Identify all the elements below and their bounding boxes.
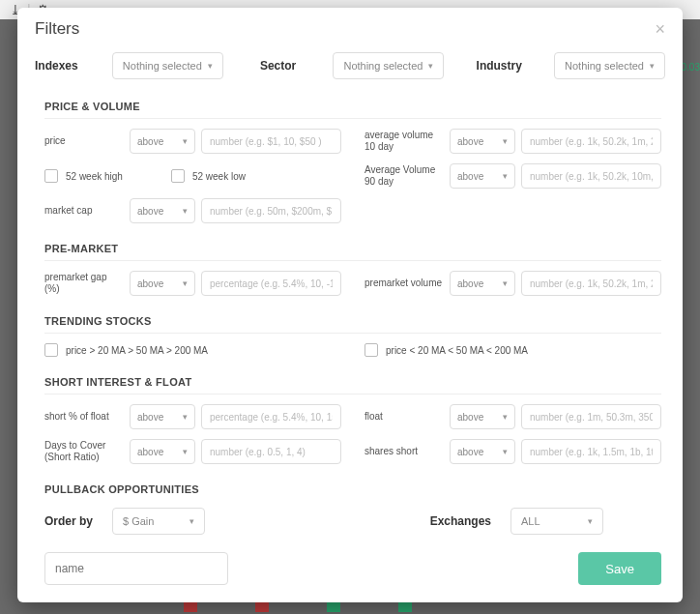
indexes-label: Indexes — [35, 59, 91, 73]
trend-down-label: price < 20 MA < 50 MA < 200 MA — [386, 345, 528, 356]
industry-label: Industry — [465, 59, 533, 73]
trend-up-label: price > 20 MA > 50 MA > 200 MA — [66, 345, 208, 356]
wk52-low-label: 52 week low — [192, 171, 246, 182]
premarket-vol-input[interactable] — [521, 271, 661, 296]
chevron-down-icon: ▾ — [208, 61, 213, 71]
wk52-low-checkbox[interactable] — [171, 169, 185, 183]
chevron-down-icon: ▾ — [428, 61, 433, 71]
dialog-title: Filters — [35, 19, 79, 39]
chevron-down-icon: ▾ — [650, 61, 655, 71]
shares-short-input[interactable] — [521, 439, 661, 464]
save-button[interactable]: Save — [578, 552, 661, 585]
market-cap-input[interactable] — [201, 198, 341, 223]
price-input[interactable] — [201, 129, 341, 154]
market-cap-label: market cap — [44, 205, 124, 217]
premarket-gap-op-select[interactable]: above▾ — [130, 271, 195, 296]
filter-name-input[interactable] — [44, 552, 228, 585]
sector-select[interactable]: Nothing selected▾ — [333, 52, 444, 79]
avg-vol-90-op-select[interactable]: above▾ — [450, 163, 515, 189]
short-pct-label: short % of float — [44, 411, 124, 423]
close-icon[interactable]: × — [655, 20, 665, 38]
section-trending: TRENDING STOCKS — [44, 307, 661, 334]
filters-scroll[interactable]: PRICE & VOLUME price above▾ average volu… — [17, 93, 683, 498]
avg-vol-10-label: average volume 10 day — [365, 130, 444, 153]
indexes-select[interactable]: Nothing selected▾ — [112, 52, 223, 79]
exchanges-select[interactable]: ALL▾ — [510, 508, 603, 535]
chevron-down-icon: ▾ — [190, 516, 194, 526]
shares-short-op-select[interactable]: above▾ — [450, 439, 515, 464]
order-by-label: Order by — [44, 514, 93, 528]
market-cap-op-select[interactable]: above▾ — [130, 198, 195, 223]
section-premarket: PRE-MARKET — [44, 235, 661, 261]
price-label: price — [44, 135, 124, 147]
chevron-down-icon: ▾ — [588, 516, 593, 526]
section-short: SHORT INTEREST & FLOAT — [44, 368, 661, 395]
wk52-high-label: 52 week high — [66, 171, 123, 182]
section-price-volume: PRICE & VOLUME — [44, 93, 661, 119]
premarket-gap-input[interactable] — [201, 271, 341, 296]
avg-vol-90-label: Average Volume 90 day — [365, 164, 444, 188]
float-label: float — [365, 411, 444, 423]
trend-up-checkbox[interactable] — [44, 343, 58, 357]
section-pullback: PULLBACK OPPORTUNITIES — [44, 476, 661, 498]
avg-vol-10-input[interactable] — [521, 129, 661, 154]
exchanges-label: Exchanges — [430, 514, 491, 528]
avg-vol-90-input[interactable] — [521, 163, 661, 189]
premarket-gap-label: premarket gap (%) — [44, 272, 124, 295]
industry-select[interactable]: Nothing selected▾ — [554, 52, 665, 79]
short-pct-input[interactable] — [201, 404, 341, 429]
float-input[interactable] — [521, 404, 661, 429]
avg-vol-10-op-select[interactable]: above▾ — [450, 129, 515, 154]
float-op-select[interactable]: above▾ — [450, 404, 515, 429]
shares-short-label: shares short — [365, 446, 444, 457]
premarket-vol-op-select[interactable]: above▾ — [450, 271, 515, 296]
filters-dialog: Filters × Indexes Nothing selected▾ Sect… — [17, 8, 683, 602]
days-cover-op-select[interactable]: above▾ — [130, 439, 195, 464]
sector-label: Sector — [245, 59, 312, 73]
premarket-vol-label: premarket volume — [365, 278, 444, 289]
days-cover-label: Days to Cover (Short Ratio) — [44, 440, 124, 463]
price-op-select[interactable]: above▾ — [130, 129, 195, 154]
wk52-high-checkbox[interactable] — [44, 169, 58, 183]
trend-down-checkbox[interactable] — [365, 343, 378, 357]
days-cover-input[interactable] — [201, 439, 341, 464]
order-by-select[interactable]: $ Gain▾ — [112, 508, 205, 535]
short-pct-op-select[interactable]: above▾ — [130, 404, 195, 429]
